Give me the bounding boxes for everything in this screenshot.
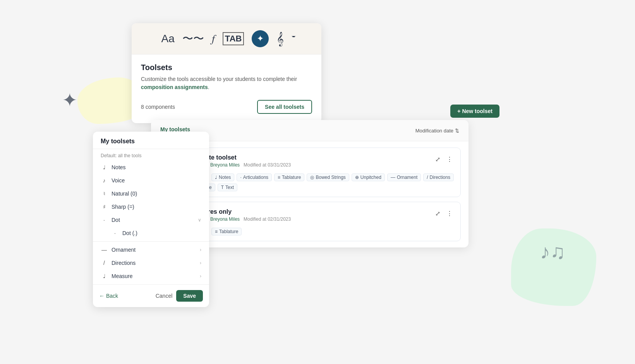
sidebar-divider <box>93 241 209 242</box>
back-label: Back <box>106 293 118 299</box>
expand-complete-button[interactable]: ⤢ <box>434 154 442 165</box>
measure-chevron-icon: › <box>200 273 201 279</box>
sidebar-item-natural-label: Natural (0) <box>112 191 137 197</box>
natural-icon: ♮ <box>101 191 108 197</box>
toolsets-card-title: Toolsets <box>141 63 312 72</box>
bg-star-decoration: ✦ <box>62 89 77 111</box>
created-by-link-1[interactable]: Breyona Miles <box>210 216 240 222</box>
tag-icon: / <box>427 175 428 180</box>
sidebar-item-natural[interactable]: ♮ Natural (0) <box>93 187 209 200</box>
dot-sub-icon: · <box>112 230 118 236</box>
sidebar-footer: ← Back Cancel Save <box>93 284 209 307</box>
icon-tab: TAB <box>223 32 244 45</box>
sort-dropdown[interactable]: Modification date ⇅ <box>415 128 459 134</box>
cancel-button[interactable]: Cancel <box>156 293 173 299</box>
toolsets-card-icons-row: Aa 〜〜 𝑓 TAB ✦ 𝄞 𝄻 <box>132 23 321 55</box>
toolsets-info-card: Aa 〜〜 𝑓 TAB ✦ 𝄞 𝄻 Toolsets Customize the… <box>132 23 321 123</box>
sidebar-item-ornament-left: — Ornament <box>101 247 136 253</box>
voice-icon: ♪ <box>101 177 108 184</box>
dot-chevron-icon: ∨ <box>198 217 201 223</box>
toolsets-card-footer: 8 components See all toolsets <box>141 100 312 114</box>
sidebar-title: My toolsets <box>93 132 209 149</box>
toolset-item-actions-complete: ⤢ ⋮ <box>434 154 454 165</box>
tag-tablature-1: ≡ Tablature <box>211 228 242 235</box>
sidebar-item-notes[interactable]: ♩ Notes <box>93 161 209 174</box>
toolsets-components-count: 8 components <box>141 104 175 110</box>
more-options-tablatures-button[interactable]: ⋮ <box>445 208 454 219</box>
sidebar-footer-right: Cancel Save <box>156 290 203 302</box>
icon-text: Aa <box>161 33 175 45</box>
directions-icon: / <box>101 260 108 266</box>
sidebar-item-dot-label: Dot <box>112 217 120 223</box>
tag-icon: ♩ <box>215 175 217 180</box>
sidebar-item-measure[interactable]: ♩ Measure › <box>93 270 209 283</box>
modified-date-0: Modified at 03/31/2023 <box>244 162 291 168</box>
sidebar-item-dot-left: · Dot <box>101 217 120 223</box>
created-by-link-0[interactable]: Breyona Miles <box>210 162 240 168</box>
sidebar-item-natural-left: ♮ Natural (0) <box>101 191 137 197</box>
sidebar-item-ornament-label: Ornament <box>112 247 136 253</box>
icon-highlight-star: ✦ <box>252 30 269 47</box>
dot-icon: · <box>101 217 108 223</box>
sidebar-item-measure-label: Measure <box>112 273 132 279</box>
sidebar-item-dot-sub-left: · Dot (.) <box>112 230 137 236</box>
sidebar-item-directions-label: Directions <box>112 260 136 266</box>
tag-unpitched-0: ⊕ Unpitched <box>352 173 385 181</box>
icon-treble-clef: 𝄞 <box>276 32 284 46</box>
toolsets-card-desc-end: . <box>208 84 209 90</box>
toolsets-card-desc-text: Customize the tools accessible to your s… <box>141 76 297 82</box>
tag-directions-0: / Directions <box>423 173 454 181</box>
sidebar-section-label: Default: all the tools <box>93 149 209 161</box>
new-toolset-button[interactable]: + New toolset <box>450 105 499 118</box>
sidebar-item-dot-sub-label: Dot (.) <box>122 230 137 236</box>
toolsets-card-body: Toolsets Customize the tools accessible … <box>132 55 321 123</box>
back-button[interactable]: ← Back <box>99 293 118 299</box>
tag-tablature-0: ≡ Tablature <box>274 173 304 181</box>
bg-music-decoration: ♪♫ <box>540 240 565 263</box>
sidebar-item-sharp[interactable]: ♯ Sharp (=) <box>93 200 209 213</box>
ornament-chevron-icon: › <box>200 247 201 252</box>
toolsets-card-description: Customize the tools accessible to your s… <box>141 75 312 91</box>
toolset-name-tablatures: Tablatures only <box>186 208 428 215</box>
sidebar-item-notes-left: ♩ Notes <box>101 164 126 170</box>
toolset-item-actions-tablatures: ⤢ ⋮ <box>434 208 454 219</box>
save-button[interactable]: Save <box>176 290 203 302</box>
modified-date-1: Modified at 02/31/2023 <box>244 216 291 222</box>
sharp-icon: ♯ <box>101 204 108 210</box>
tag-articulations-0: · Articulations <box>237 173 272 181</box>
tag-notes-0: ♩ Notes <box>211 173 234 181</box>
measure-icon: ♩ <box>101 273 108 279</box>
sidebar-item-sharp-left: ♯ Sharp (=) <box>101 204 134 210</box>
sidebar-item-directions-left: / Directions <box>101 260 136 266</box>
toolset-name-complete: Complete toolset <box>186 154 428 161</box>
toolsets-card-desc-link: composition assignments <box>141 84 208 90</box>
toolset-tags-tablatures: ☰ Main ≡ Tablature <box>186 228 454 235</box>
ornament-icon: — <box>101 247 108 253</box>
notes-icon: ♩ <box>101 164 108 170</box>
sort-icon: ⇅ <box>455 128 459 134</box>
icon-wave: 〜〜 <box>182 31 204 46</box>
expand-tablatures-button[interactable]: ⤢ <box>434 208 442 219</box>
back-arrow-icon: ← <box>99 293 105 299</box>
sidebar-item-ornament[interactable]: — Ornament › <box>93 243 209 256</box>
sidebar-item-voice-label: Voice <box>112 177 125 184</box>
tag-icon: ≡ <box>278 175 280 180</box>
bg-blob-green <box>511 228 596 306</box>
see-all-toolsets-button[interactable]: See all toolsets <box>257 100 312 114</box>
toolset-item-info-tablatures: Tablatures only Created by Breyona Miles… <box>186 208 428 222</box>
toolset-meta-complete: Created by Breyona Miles Modified at 03/… <box>186 162 428 168</box>
tag-icon: ⊕ <box>355 175 359 180</box>
sidebar-item-dot[interactable]: · Dot ∨ <box>93 213 209 227</box>
sidebar-item-voice[interactable]: ♪ Voice <box>93 174 209 187</box>
more-options-complete-button[interactable]: ⋮ <box>445 154 454 165</box>
tag-icon: ◎ <box>310 175 314 180</box>
sidebar-panel: My toolsets Default: all the tools ♩ Not… <box>93 132 209 307</box>
toolset-tags-complete: ☰ Main ♩ Notes · Articulations ≡ Tablatu… <box>186 173 454 191</box>
tag-ornament-0: — Ornament <box>387 173 421 181</box>
sidebar-item-directions[interactable]: / Directions › <box>93 256 209 270</box>
sidebar-item-dot-sub[interactable]: · Dot (.) <box>93 227 209 240</box>
sidebar-item-notes-label: Notes <box>112 164 126 170</box>
tag-text-0: T Text <box>218 184 237 191</box>
tag-icon: T <box>221 185 224 190</box>
tag-icon: — <box>391 175 395 180</box>
